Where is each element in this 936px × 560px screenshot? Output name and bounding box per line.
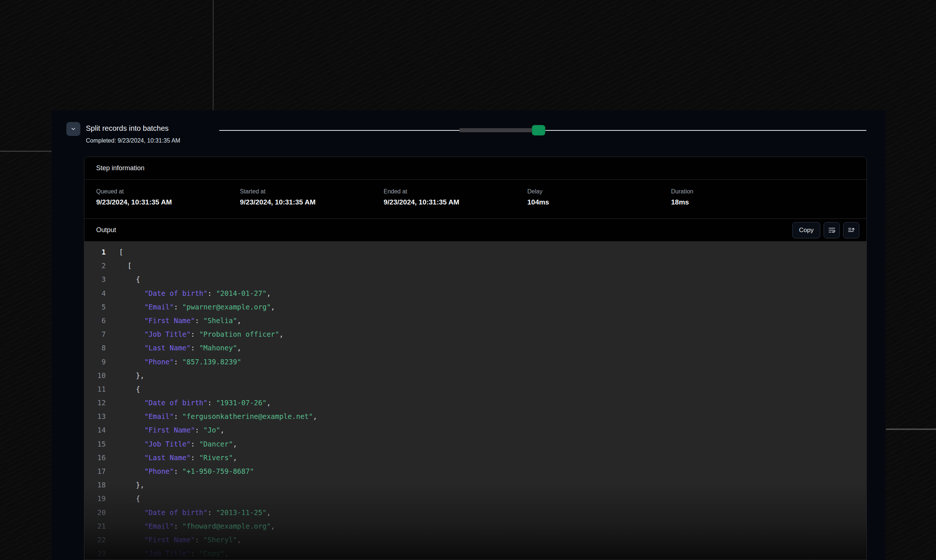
timeline-duration-segment [460, 128, 533, 132]
started-at-label: Started at [240, 188, 383, 195]
code-line: 1[ [85, 245, 866, 259]
code-line: 19 { [85, 492, 866, 506]
code-line: 9 "Phone": "857.139.8239" [85, 355, 866, 369]
queued-at-value: 9/23/2024, 10:31:35 AM [96, 198, 240, 206]
copy-button[interactable]: Copy [792, 222, 820, 238]
timeline-scrubber[interactable] [219, 124, 868, 137]
code-line: 23 "Job Title": "Copy", [85, 547, 866, 560]
code-line: 22 "First Name": "Sheryl", [85, 533, 866, 547]
step-detail-panel: Split records into batches Completed: 9/… [52, 110, 885, 560]
ended-at-value: 9/23/2024, 10:31:35 AM [383, 198, 527, 206]
code-line: 8 "Last Name": "Mahoney", [85, 341, 866, 355]
started-at-column: Started at 9/23/2024, 10:31:35 AM [240, 180, 383, 218]
code-line: 2 [ [85, 259, 866, 272]
timeline-handle[interactable] [532, 125, 545, 135]
duration-label: Duration [671, 188, 815, 195]
code-line: 6 "First Name": "Shelia", [85, 314, 866, 328]
code-line: 12 "Date of birth": "1931-07-26", [85, 396, 866, 410]
code-line: 11 { [85, 382, 866, 396]
queued-at-label: Queued at [96, 188, 240, 195]
code-line: 18 }, [85, 478, 866, 492]
collapse-step-button[interactable] [66, 122, 80, 136]
duration-column: Duration 18ms [671, 180, 815, 218]
code-line: 3 { [85, 272, 866, 286]
background-vertical-line [212, 0, 214, 110]
code-line: 4 "Date of birth": "2014-01-27", [85, 287, 866, 300]
delay-column: Delay 104ms [527, 180, 671, 218]
wrap-text-button[interactable] [824, 222, 840, 238]
delay-value: 104ms [527, 198, 671, 206]
step-completed-timestamp: Completed: 9/23/2024, 10:31:35 AM [86, 137, 180, 144]
wrap-text-icon [828, 226, 836, 234]
chevron-down-icon [70, 126, 76, 132]
delay-label: Delay [527, 188, 671, 195]
code-line: 16 "Last Name": "Rivers", [85, 451, 866, 465]
code-line: 20 "Date of birth": "2013-11-25", [85, 506, 866, 520]
code-lines: 1[2 [3 {4 "Date of birth": "2014-01-27",… [85, 242, 866, 560]
step-timing-row: Queued at 9/23/2024, 10:31:35 AM Started… [85, 180, 866, 219]
output-toolbar: Copy [792, 222, 859, 238]
code-line: 17 "Phone": "+1-950-759-8687" [85, 465, 866, 478]
output-header: Output Copy [85, 219, 866, 242]
screen: Split records into batches Completed: 9/… [0, 0, 936, 560]
queued-at-column: Queued at 9/23/2024, 10:31:35 AM [96, 180, 240, 218]
scroll-to-top-icon [848, 226, 855, 234]
code-line: 15 "Job Title": "Dancer", [85, 437, 866, 451]
duration-value: 18ms [671, 198, 815, 206]
step-title: Split records into batches [86, 121, 169, 135]
ended-at-column: Ended at 9/23/2024, 10:31:35 AM [383, 180, 527, 218]
scroll-to-top-button[interactable] [843, 222, 859, 238]
step-information-header: Step information [85, 157, 866, 180]
step-information-title: Step information [96, 164, 145, 172]
code-line: 21 "Email": "fhoward@example.org", [85, 520, 866, 533]
ended-at-label: Ended at [383, 188, 527, 195]
code-line: 14 "First Name": "Jo", [85, 423, 866, 437]
output-title: Output [96, 226, 792, 234]
background-horizontal-line-left [0, 151, 52, 152]
code-line: 10 }, [85, 369, 866, 382]
code-line: 5 "Email": "pwarner@example.org", [85, 300, 866, 314]
output-code-viewer[interactable]: 1[2 [3 {4 "Date of birth": "2014-01-27",… [85, 242, 866, 560]
started-at-value: 9/23/2024, 10:31:35 AM [240, 198, 383, 206]
background-horizontal-line-right [886, 428, 936, 430]
code-line: 13 "Email": "fergusonkatherine@example.n… [85, 410, 866, 423]
step-information-card: Step information Queued at 9/23/2024, 10… [84, 157, 867, 560]
code-line: 7 "Job Title": "Probation officer", [85, 328, 866, 341]
